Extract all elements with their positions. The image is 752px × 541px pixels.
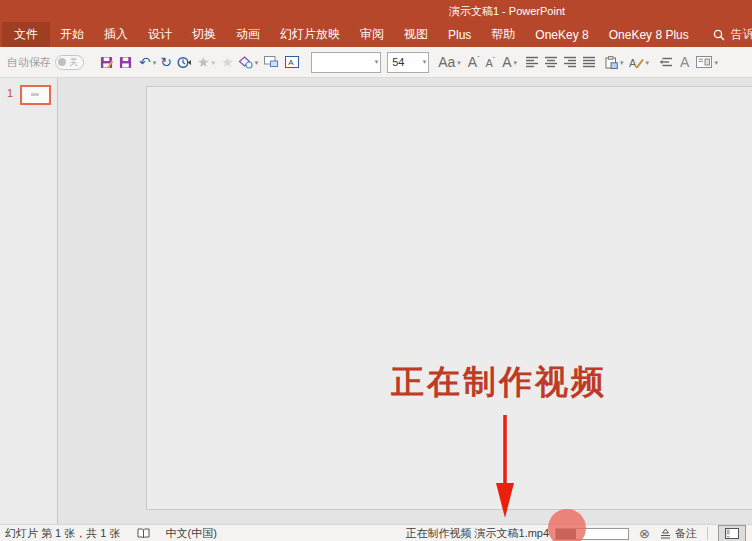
star-icon[interactable]: ★ [221, 51, 234, 73]
cancel-export-icon[interactable]: ⊗ [639, 527, 650, 540]
search-icon [713, 29, 725, 41]
paste-format-icon[interactable]: ▾ [605, 51, 624, 73]
export-progress-fill [556, 529, 575, 539]
autosave-label: 自动保存 [7, 55, 51, 70]
status-bar: 幻灯片 第 1 张，共 1 张 中文(中国) 正在制作视频 演示文稿1.mp4 … [0, 524, 752, 541]
export-progress-bar [555, 528, 629, 540]
save-icon[interactable] [119, 51, 132, 73]
redo-icon[interactable]: ↻ [160, 51, 172, 73]
tab-切换[interactable]: 切换 [182, 22, 226, 47]
rehearse-timings-icon[interactable] [177, 51, 192, 73]
slide-workspace [58, 78, 752, 524]
slide-canvas[interactable] [146, 86, 752, 510]
tab-审阅[interactable]: 审阅 [350, 22, 394, 47]
notes-icon [660, 528, 671, 539]
font-name-combo[interactable]: ▾ [311, 52, 381, 73]
save-as-icon[interactable] [100, 51, 113, 73]
tab-视图[interactable]: 视图 [394, 22, 438, 47]
slide-counter: 幻灯片 第 1 张，共 1 张 [5, 526, 121, 541]
export-status-label: 正在制作视频 演示文稿1.mp4 [405, 526, 549, 541]
thumbnail-content [31, 93, 39, 96]
tab-OneKey 8[interactable]: OneKey 8 [525, 22, 598, 47]
tab-Plus[interactable]: Plus [438, 22, 481, 47]
normal-view-button[interactable] [718, 525, 746, 541]
language-indicator[interactable]: 中文(中国) [166, 526, 217, 541]
justify-icon[interactable] [583, 51, 596, 73]
align-center-icon[interactable] [545, 51, 558, 73]
align-left-icon[interactable] [526, 51, 539, 73]
annotation-text: 正在制作视频 [391, 360, 607, 405]
tab-开始[interactable]: 开始 [50, 22, 94, 47]
align-right-icon[interactable] [564, 51, 577, 73]
ribbon-tabs: 文件开始插入设计切换动画幻灯片放映审阅视图Plus帮助OneKey 8OneKe… [0, 22, 699, 47]
search-placeholder: 告诉我你想要做什么 [731, 26, 752, 43]
tab-幻灯片放映[interactable]: 幻灯片放映 [270, 22, 350, 47]
svg-text:A: A [288, 58, 294, 67]
tab-插入[interactable]: 插入 [94, 22, 138, 47]
layout-icon[interactable]: ▾ [696, 51, 718, 73]
svg-text:A: A [629, 57, 637, 69]
share-slide-icon[interactable] [264, 51, 278, 73]
slide-thumbnail[interactable] [20, 85, 51, 105]
slide-thumbnail-panel: 1 [0, 78, 58, 524]
effect-star-icon[interactable]: ★▾ [197, 51, 215, 73]
grow-font-icon[interactable]: Aˆ [468, 51, 480, 73]
shapes-icon[interactable]: ▾ [238, 51, 259, 73]
notes-label: 备注 [675, 526, 697, 541]
undo-icon[interactable]: ↶▾ [139, 51, 156, 73]
document-title: 演示文稿1 - PowerPoint [449, 4, 565, 19]
font-size-combo[interactable]: 54▾ [387, 52, 429, 73]
title-bar: 演示文稿1 - PowerPoint [0, 0, 752, 22]
autosave-toggle[interactable]: 关 [55, 55, 84, 70]
shrink-font-icon[interactable]: Aˇ [485, 51, 495, 73]
ribbon-tab-row: 文件开始插入设计切换动画幻灯片放映审阅视图Plus帮助OneKey 8OneKe… [0, 22, 752, 47]
text-direction-icon[interactable] [659, 51, 673, 73]
powerpoint-window: 演示文稿1 - PowerPoint 文件开始插入设计切换动画幻灯片放映审阅视图… [0, 0, 752, 541]
tell-me-search[interactable]: 告诉我你想要做什么 [713, 22, 752, 47]
quick-toolbar: 自动保存关↶▾↻★▾★▾A▾54▾Aa▾AˆAˇA▾▾A▾A▾ [0, 47, 752, 78]
tab-设计[interactable]: 设计 [138, 22, 182, 47]
change-case-icon[interactable]: Aa▾ [438, 51, 461, 73]
text-effects-icon[interactable]: A▾ [629, 51, 650, 73]
slide-number: 1 [7, 87, 13, 99]
notes-toggle[interactable]: 备注 [660, 526, 697, 541]
tab-动画[interactable]: 动画 [226, 22, 270, 47]
font-color-icon[interactable]: A▾ [502, 51, 517, 73]
tab-帮助[interactable]: 帮助 [481, 22, 525, 47]
proofing-icon[interactable] [137, 528, 150, 539]
tab-文件[interactable]: 文件 [2, 22, 50, 47]
status-separator [707, 527, 708, 540]
font-dialog-icon[interactable]: A [680, 51, 689, 73]
textbox-icon[interactable]: A [285, 51, 299, 73]
tab-OneKey 8 Plus[interactable]: OneKey 8 Plus [599, 22, 699, 47]
content-area: 1 [0, 78, 752, 524]
